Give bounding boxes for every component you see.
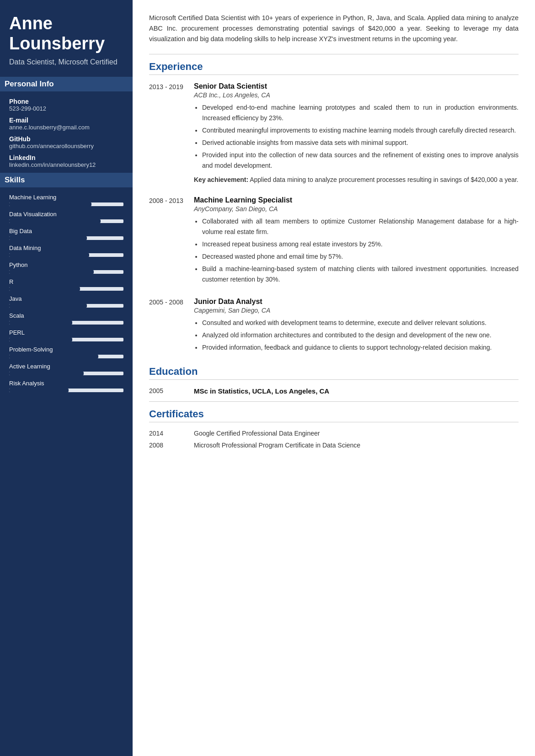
skill-bar-fill [9,389,69,392]
bullets-list: Collaborated with all team members to op… [194,216,519,285]
skill-bar [9,321,123,325]
skill-name: Risk Analysis [9,380,123,387]
contact-label: GitHub [9,135,123,143]
job-title: Junior Data Analyst [194,298,519,306]
skill-item: Data Visualization [9,211,123,223]
skill-bar [9,372,123,375]
contacts-section: Phone 523-299-0012E-mail anne.c.lounsber… [9,98,123,168]
skill-item: Problem-Solving [9,346,123,358]
education-entry: 2005 MSc in Statistics, UCLA, Los Angele… [149,387,519,395]
skill-item: Active Learning [9,363,123,375]
candidate-title: Data Scientist, Microsoft Certified [9,57,123,67]
skill-item: Java [9,295,123,308]
skill-bar-fill [9,355,98,358]
skill-item: Data Mining [9,245,123,257]
cert-desc: Google Certified Professional Data Engin… [194,430,519,437]
skill-name: Machine Learning [9,194,123,201]
skill-bar [9,287,123,291]
skill-bar-fill [9,219,101,223]
bullet-item: Increased repeat business among real est… [202,239,519,250]
skill-bar-fill [9,321,72,325]
skill-name: Active Learning [9,363,123,370]
skill-bar [9,270,123,274]
bullet-item: Decreased wasted phone and email time by… [202,251,519,262]
job-title: Senior Data Scientist [194,82,519,91]
skill-name: R [9,278,123,285]
contact-label: LinkedIn [9,154,123,161]
skill-item: Machine Learning [9,194,123,206]
contact-item: GitHub github.com/annecarollounsberry [9,135,123,149]
experience-section-title: Experience [149,61,519,75]
skill-item: Python [9,261,123,274]
summary-divider [149,54,519,54]
candidate-name: Anne Lounsberry [9,14,123,53]
company-name: ACB Inc., Los Angeles, CA [194,91,519,99]
skills-heading: Skills [0,173,133,187]
experience-list: 2013 - 2019 Senior Data Scientist ACB In… [149,82,519,355]
contact-label: Phone [9,98,123,105]
skills-section: Machine Learning Data Visualization Big … [9,194,123,392]
experience-entry: 2005 - 2008 Junior Data Analyst Capgemin… [149,298,519,355]
exp-dates: 2005 - 2008 [149,298,186,355]
skill-bar [9,304,123,308]
skill-bar-fill [9,202,91,206]
personal-info-heading: Personal Info [0,77,133,91]
skill-bar-fill [9,338,72,341]
bullets-list: Consulted and worked with development te… [194,318,519,353]
skill-name: Data Mining [9,245,123,251]
contact-item: Phone 523-299-0012 [9,98,123,112]
contact-item: LinkedIn linkedin.com/in/annelounsbery12 [9,154,123,168]
contact-value: linkedin.com/in/annelounsbery12 [9,161,123,168]
edu-divider [149,401,519,402]
skill-bar [9,355,123,358]
skill-item: Scala [9,312,123,325]
cert-year: 2008 [149,442,186,449]
exp-content: Machine Learning Specialist AnyCompany, … [194,196,519,287]
skill-bar [9,253,123,257]
skill-bar-fill [9,270,94,274]
bullets-list: Developed end-to-end machine learning pr… [194,102,519,171]
edu-year: 2005 [149,387,186,395]
skill-name: Big Data [9,228,123,234]
skill-bar-fill [9,236,87,240]
skill-bar-fill [9,253,89,257]
bullet-item: Provided input into the collection of ne… [202,150,519,171]
contact-value: 523-299-0012 [9,105,123,112]
exp-dates: 2013 - 2019 [149,82,186,185]
skill-bar-fill [9,287,80,291]
summary-text: Microsoft Certified Data Scientist with … [149,13,519,45]
edu-content: MSc in Statistics, UCLA, Los Angeles, CA [194,387,519,395]
skill-name: Java [9,295,123,302]
skill-item: PERL [9,329,123,341]
skill-item: R [9,278,123,291]
skill-bar [9,236,123,240]
bullet-item: Derived actionable insights from massive… [202,138,519,148]
skill-name: Problem-Solving [9,346,123,353]
edu-degree: MSc in Statistics, UCLA, Los Angeles, CA [194,387,519,395]
skill-bar [9,202,123,206]
bullet-item: Provided information, feedback and guida… [202,342,519,353]
bullet-item: Collaborated with all team members to op… [202,216,519,237]
certificates-list: 2014 Google Certified Professional Data … [149,430,519,449]
skill-bar [9,389,123,392]
education-section-title: Education [149,366,519,380]
bullet-item: Contributed meaningful improvements to e… [202,125,519,136]
skill-item: Risk Analysis [9,380,123,392]
bullet-item: Consulted and worked with development te… [202,318,519,328]
bullet-item: Build a machine-learning-based system of… [202,264,519,285]
skill-bar-fill [9,372,84,375]
skill-name: Scala [9,312,123,319]
bullet-item: Analyzed old information architectures a… [202,330,519,341]
sidebar: Anne Lounsberry Data Scientist, Microsof… [0,0,133,756]
contact-label: E-mail [9,117,123,124]
skill-name: PERL [9,329,123,336]
skill-bar [9,338,123,341]
experience-entry: 2008 - 2013 Machine Learning Specialist … [149,196,519,287]
main-content: Microsoft Certified Data Scientist with … [133,0,535,756]
exp-dates: 2008 - 2013 [149,196,186,287]
experience-entry: 2013 - 2019 Senior Data Scientist ACB In… [149,82,519,185]
contact-value: anne.c.lounsberry@gmail.com [9,124,123,131]
exp-content: Senior Data Scientist ACB Inc., Los Ange… [194,82,519,185]
education-list: 2005 MSc in Statistics, UCLA, Los Angele… [149,387,519,395]
key-achievement: Key achievement: Applied data mining to … [194,175,519,185]
